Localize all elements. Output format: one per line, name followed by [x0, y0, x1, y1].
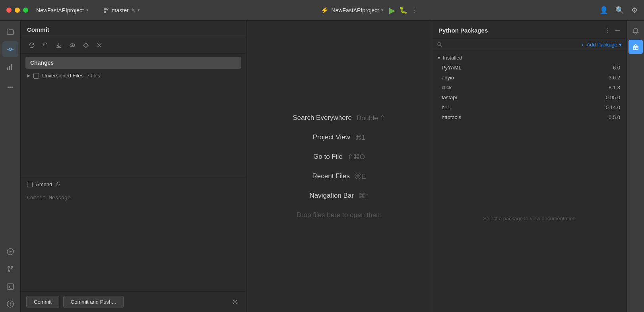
sidebar-item-run[interactable]	[2, 244, 18, 260]
graph-icon	[6, 63, 14, 71]
commit-push-button[interactable]: Commit and Push...	[63, 296, 124, 308]
python-packages-sidebar-button[interactable]	[628, 40, 643, 54]
svg-point-1	[104, 11, 106, 13]
package-row[interactable]: click 8.1.3	[432, 83, 627, 92]
notification-button[interactable]	[628, 24, 643, 38]
commit-message-area[interactable]	[21, 191, 246, 291]
navigation-bar-shortcut: Navigation Bar ⌘↑	[309, 192, 369, 200]
python-search-icon	[437, 42, 442, 47]
commit-message-input[interactable]	[27, 195, 240, 288]
main-area: •••	[0, 21, 644, 312]
sidebar-item-more[interactable]: •••	[2, 79, 18, 95]
python-panel-title: Python Packages	[438, 27, 604, 34]
download-button[interactable]	[54, 40, 64, 50]
recent-files-shortcut: Recent Files ⌘E	[312, 172, 366, 181]
package-row[interactable]: httptools 0.5.0	[432, 112, 627, 122]
left-sidebar: •••	[0, 21, 21, 312]
package-row[interactable]: h11 0.14.0	[432, 102, 627, 112]
unversioned-files-row[interactable]: ▶ Unversioned Files 7 files	[25, 71, 241, 80]
sidebar-item-git[interactable]	[2, 261, 18, 277]
package-version: 0.14.0	[606, 104, 620, 110]
unversioned-checkbox[interactable]	[33, 73, 39, 79]
svg-rect-9	[11, 64, 12, 70]
run-controls: ⚡ NewFastAPIproject ▾ ▶ 🐛 ⋮	[321, 6, 418, 15]
commit-button[interactable]: Commit	[26, 296, 59, 308]
close-button[interactable]	[6, 8, 12, 13]
center-project-name: NewFastAPIproject	[331, 7, 379, 13]
package-row[interactable]: fastapi 0.95.0	[432, 92, 627, 102]
branch-name-label: master	[112, 7, 129, 13]
maximize-button[interactable]	[23, 8, 28, 13]
diamond-icon	[83, 42, 89, 48]
branch-chevron-icon: ▾	[138, 8, 140, 13]
python-panel-toolbar: ⋮ ─	[604, 26, 620, 35]
sidebar-item-folder[interactable]	[2, 24, 18, 40]
project-view-keys: ⌘1	[355, 133, 365, 142]
project-view-label: Project View	[313, 133, 350, 141]
sidebar-item-terminal[interactable]	[2, 279, 18, 295]
package-name: anyio	[442, 75, 609, 81]
package-version: 3.6.2	[609, 75, 620, 81]
python-packages-panel: Python Packages ⋮ ─ › Add Package ▾ ▾ In…	[432, 21, 627, 312]
notification-icon	[632, 27, 639, 35]
package-name: httptools	[442, 114, 609, 120]
sidebar-item-problems[interactable]	[2, 296, 18, 312]
search-everywhere-shortcut: Search Everywhere Double ⇧	[293, 114, 386, 122]
python-minimize-button[interactable]: ─	[615, 27, 620, 35]
add-package-button[interactable]: Add Package ▾	[587, 42, 622, 48]
search-button[interactable]: 🔍	[615, 6, 624, 15]
package-row[interactable]: anyio 3.6.2	[432, 73, 627, 83]
commit-panel: Commit	[21, 21, 246, 312]
titlebar-right: 👤 🔍 ⚙	[599, 6, 638, 15]
more-dots-icon: •••	[7, 84, 13, 91]
svg-marker-11	[10, 250, 12, 253]
packages-icon	[632, 43, 639, 50]
package-name: PyYAML	[442, 65, 613, 71]
changes-empty-area	[21, 83, 246, 177]
undo-button[interactable]	[41, 40, 50, 50]
commit-settings-button[interactable]	[229, 297, 241, 308]
svg-point-20	[10, 305, 11, 306]
git-icon	[6, 265, 14, 273]
branch-icon	[103, 7, 109, 13]
project-name[interactable]: NewFastAPIproject ▾	[36, 7, 89, 13]
sidebar-item-graph[interactable]	[2, 59, 18, 75]
project-view-shortcut: Project View ⌘1	[313, 133, 366, 142]
installed-label: Installed	[443, 55, 462, 61]
sidebar-item-commit[interactable]	[2, 41, 18, 57]
python-search-input[interactable]	[446, 42, 578, 48]
installed-chevron-icon: ▾	[438, 55, 440, 61]
svg-rect-7	[7, 67, 8, 70]
python-search-arrow[interactable]: ›	[582, 41, 584, 48]
run-icon	[6, 248, 14, 256]
check-button[interactable]	[81, 40, 91, 50]
navigation-bar-keys: ⌘↑	[359, 192, 369, 200]
go-to-file-shortcut: Go to File ⇧⌘O	[313, 153, 365, 161]
debug-button[interactable]: 🐛	[399, 6, 407, 14]
go-to-file-label: Go to File	[313, 153, 343, 161]
traffic-lights	[6, 8, 28, 13]
branch-selector[interactable]: master ✎ ▾	[103, 7, 140, 13]
user-icon[interactable]: 👤	[599, 6, 608, 15]
preview-button[interactable]	[68, 40, 77, 50]
add-package-label: Add Package	[587, 42, 617, 48]
run-button[interactable]: ▶	[389, 6, 395, 15]
close-changes-button[interactable]	[95, 40, 104, 50]
package-version: 0.95.0	[606, 94, 620, 100]
installed-header[interactable]: ▾ Installed	[432, 53, 627, 63]
amend-clock-icon: ⏱	[55, 181, 60, 187]
folder-icon	[6, 28, 14, 36]
more-run-button[interactable]: ⋮	[411, 6, 418, 14]
branch-edit-icon: ✎	[131, 8, 135, 13]
settings-button[interactable]: ⚙	[631, 6, 638, 15]
svg-line-29	[440, 45, 442, 47]
packages-list: ▾ Installed PyYAML 6.0 anyio 3.6.2 click…	[432, 50, 627, 125]
package-row[interactable]: PyYAML 6.0	[432, 63, 627, 73]
minimize-button[interactable]	[15, 8, 20, 13]
refresh-button[interactable]	[27, 40, 37, 50]
python-more-button[interactable]: ⋮	[604, 26, 611, 35]
close-icon	[96, 42, 103, 48]
unversioned-label: Unversioned Files	[42, 73, 83, 79]
amend-checkbox[interactable]	[27, 182, 33, 187]
search-everywhere-label: Search Everywhere	[293, 114, 352, 122]
